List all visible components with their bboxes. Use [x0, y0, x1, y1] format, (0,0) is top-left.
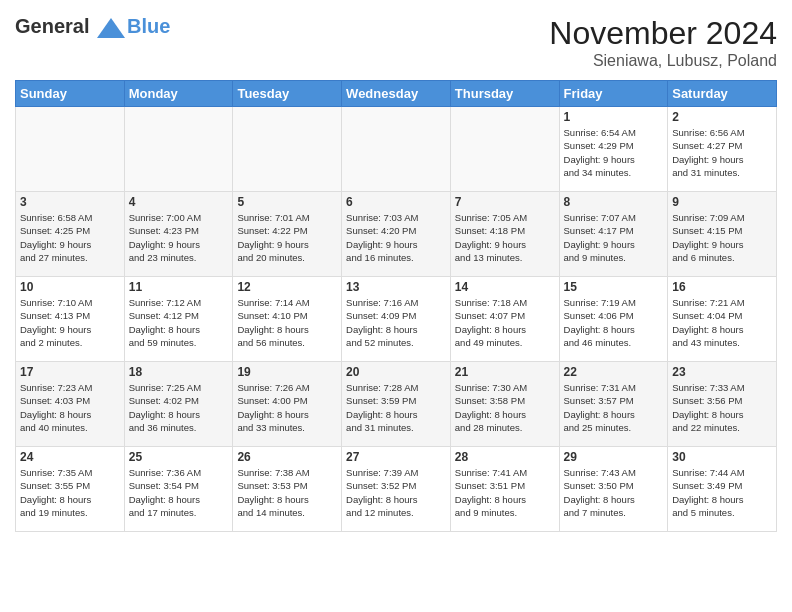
day-info: Sunrise: 7:35 AM Sunset: 3:55 PM Dayligh… — [20, 466, 120, 519]
calendar-cell: 9Sunrise: 7:09 AM Sunset: 4:15 PM Daylig… — [668, 192, 777, 277]
calendar-cell: 20Sunrise: 7:28 AM Sunset: 3:59 PM Dayli… — [342, 362, 451, 447]
day-number: 8 — [564, 195, 664, 209]
day-number: 9 — [672, 195, 772, 209]
day-info: Sunrise: 7:05 AM Sunset: 4:18 PM Dayligh… — [455, 211, 555, 264]
col-header-friday: Friday — [559, 81, 668, 107]
calendar-header-row: SundayMondayTuesdayWednesdayThursdayFrid… — [16, 81, 777, 107]
calendar-cell: 23Sunrise: 7:33 AM Sunset: 3:56 PM Dayli… — [668, 362, 777, 447]
calendar-cell — [342, 107, 451, 192]
calendar-cell: 19Sunrise: 7:26 AM Sunset: 4:00 PM Dayli… — [233, 362, 342, 447]
day-info: Sunrise: 7:33 AM Sunset: 3:56 PM Dayligh… — [672, 381, 772, 434]
calendar-cell: 18Sunrise: 7:25 AM Sunset: 4:02 PM Dayli… — [124, 362, 233, 447]
day-info: Sunrise: 7:23 AM Sunset: 4:03 PM Dayligh… — [20, 381, 120, 434]
calendar-cell: 10Sunrise: 7:10 AM Sunset: 4:13 PM Dayli… — [16, 277, 125, 362]
day-number: 3 — [20, 195, 120, 209]
calendar-week-5: 24Sunrise: 7:35 AM Sunset: 3:55 PM Dayli… — [16, 447, 777, 532]
calendar-cell — [233, 107, 342, 192]
day-number: 18 — [129, 365, 229, 379]
day-number: 15 — [564, 280, 664, 294]
month-title: November 2024 — [549, 15, 777, 52]
day-info: Sunrise: 7:25 AM Sunset: 4:02 PM Dayligh… — [129, 381, 229, 434]
calendar-cell: 14Sunrise: 7:18 AM Sunset: 4:07 PM Dayli… — [450, 277, 559, 362]
title-section: November 2024 Sieniawa, Lubusz, Poland — [549, 15, 777, 70]
day-number: 17 — [20, 365, 120, 379]
day-info: Sunrise: 6:56 AM Sunset: 4:27 PM Dayligh… — [672, 126, 772, 179]
calendar-week-2: 3Sunrise: 6:58 AM Sunset: 4:25 PM Daylig… — [16, 192, 777, 277]
day-info: Sunrise: 7:44 AM Sunset: 3:49 PM Dayligh… — [672, 466, 772, 519]
calendar-cell: 21Sunrise: 7:30 AM Sunset: 3:58 PM Dayli… — [450, 362, 559, 447]
calendar-cell: 2Sunrise: 6:56 AM Sunset: 4:27 PM Daylig… — [668, 107, 777, 192]
day-info: Sunrise: 7:31 AM Sunset: 3:57 PM Dayligh… — [564, 381, 664, 434]
day-number: 24 — [20, 450, 120, 464]
day-info: Sunrise: 7:09 AM Sunset: 4:15 PM Dayligh… — [672, 211, 772, 264]
day-info: Sunrise: 7:26 AM Sunset: 4:00 PM Dayligh… — [237, 381, 337, 434]
calendar-cell: 26Sunrise: 7:38 AM Sunset: 3:53 PM Dayli… — [233, 447, 342, 532]
day-number: 1 — [564, 110, 664, 124]
day-info: Sunrise: 7:00 AM Sunset: 4:23 PM Dayligh… — [129, 211, 229, 264]
calendar-cell — [16, 107, 125, 192]
day-number: 19 — [237, 365, 337, 379]
calendar-cell: 30Sunrise: 7:44 AM Sunset: 3:49 PM Dayli… — [668, 447, 777, 532]
calendar-cell: 13Sunrise: 7:16 AM Sunset: 4:09 PM Dayli… — [342, 277, 451, 362]
day-info: Sunrise: 7:28 AM Sunset: 3:59 PM Dayligh… — [346, 381, 446, 434]
logo: General Blue — [15, 15, 170, 38]
calendar-cell — [124, 107, 233, 192]
calendar-week-4: 17Sunrise: 7:23 AM Sunset: 4:03 PM Dayli… — [16, 362, 777, 447]
day-number: 22 — [564, 365, 664, 379]
day-info: Sunrise: 7:21 AM Sunset: 4:04 PM Dayligh… — [672, 296, 772, 349]
day-info: Sunrise: 7:01 AM Sunset: 4:22 PM Dayligh… — [237, 211, 337, 264]
calendar-week-3: 10Sunrise: 7:10 AM Sunset: 4:13 PM Dayli… — [16, 277, 777, 362]
calendar-cell: 3Sunrise: 6:58 AM Sunset: 4:25 PM Daylig… — [16, 192, 125, 277]
location: Sieniawa, Lubusz, Poland — [549, 52, 777, 70]
day-number: 10 — [20, 280, 120, 294]
calendar-cell: 25Sunrise: 7:36 AM Sunset: 3:54 PM Dayli… — [124, 447, 233, 532]
svg-marker-0 — [97, 18, 125, 38]
day-number: 12 — [237, 280, 337, 294]
header: General Blue November 2024 Sieniawa, Lub… — [15, 15, 777, 70]
day-info: Sunrise: 7:10 AM Sunset: 4:13 PM Dayligh… — [20, 296, 120, 349]
calendar-cell: 7Sunrise: 7:05 AM Sunset: 4:18 PM Daylig… — [450, 192, 559, 277]
day-number: 26 — [237, 450, 337, 464]
calendar-cell: 8Sunrise: 7:07 AM Sunset: 4:17 PM Daylig… — [559, 192, 668, 277]
day-number: 2 — [672, 110, 772, 124]
calendar-cell: 16Sunrise: 7:21 AM Sunset: 4:04 PM Dayli… — [668, 277, 777, 362]
col-header-tuesday: Tuesday — [233, 81, 342, 107]
logo-blue: Blue — [127, 15, 170, 37]
col-header-wednesday: Wednesday — [342, 81, 451, 107]
day-info: Sunrise: 7:39 AM Sunset: 3:52 PM Dayligh… — [346, 466, 446, 519]
day-info: Sunrise: 7:43 AM Sunset: 3:50 PM Dayligh… — [564, 466, 664, 519]
col-header-monday: Monday — [124, 81, 233, 107]
calendar-cell: 6Sunrise: 7:03 AM Sunset: 4:20 PM Daylig… — [342, 192, 451, 277]
col-header-thursday: Thursday — [450, 81, 559, 107]
day-number: 16 — [672, 280, 772, 294]
calendar-cell: 24Sunrise: 7:35 AM Sunset: 3:55 PM Dayli… — [16, 447, 125, 532]
logo-icon — [97, 18, 125, 38]
day-number: 4 — [129, 195, 229, 209]
calendar-cell: 5Sunrise: 7:01 AM Sunset: 4:22 PM Daylig… — [233, 192, 342, 277]
day-info: Sunrise: 7:38 AM Sunset: 3:53 PM Dayligh… — [237, 466, 337, 519]
calendar-cell: 4Sunrise: 7:00 AM Sunset: 4:23 PM Daylig… — [124, 192, 233, 277]
day-info: Sunrise: 6:54 AM Sunset: 4:29 PM Dayligh… — [564, 126, 664, 179]
calendar-cell: 11Sunrise: 7:12 AM Sunset: 4:12 PM Dayli… — [124, 277, 233, 362]
day-number: 6 — [346, 195, 446, 209]
day-info: Sunrise: 7:07 AM Sunset: 4:17 PM Dayligh… — [564, 211, 664, 264]
day-info: Sunrise: 6:58 AM Sunset: 4:25 PM Dayligh… — [20, 211, 120, 264]
day-number: 20 — [346, 365, 446, 379]
col-header-saturday: Saturday — [668, 81, 777, 107]
day-number: 13 — [346, 280, 446, 294]
day-number: 25 — [129, 450, 229, 464]
calendar-cell: 22Sunrise: 7:31 AM Sunset: 3:57 PM Dayli… — [559, 362, 668, 447]
page-container: General Blue November 2024 Sieniawa, Lub… — [0, 0, 792, 542]
day-info: Sunrise: 7:16 AM Sunset: 4:09 PM Dayligh… — [346, 296, 446, 349]
day-info: Sunrise: 7:36 AM Sunset: 3:54 PM Dayligh… — [129, 466, 229, 519]
calendar-cell: 27Sunrise: 7:39 AM Sunset: 3:52 PM Dayli… — [342, 447, 451, 532]
calendar-cell: 29Sunrise: 7:43 AM Sunset: 3:50 PM Dayli… — [559, 447, 668, 532]
day-info: Sunrise: 7:30 AM Sunset: 3:58 PM Dayligh… — [455, 381, 555, 434]
day-info: Sunrise: 7:18 AM Sunset: 4:07 PM Dayligh… — [455, 296, 555, 349]
calendar-cell: 17Sunrise: 7:23 AM Sunset: 4:03 PM Dayli… — [16, 362, 125, 447]
day-number: 27 — [346, 450, 446, 464]
day-info: Sunrise: 7:41 AM Sunset: 3:51 PM Dayligh… — [455, 466, 555, 519]
day-number: 28 — [455, 450, 555, 464]
day-info: Sunrise: 7:03 AM Sunset: 4:20 PM Dayligh… — [346, 211, 446, 264]
calendar-cell: 28Sunrise: 7:41 AM Sunset: 3:51 PM Dayli… — [450, 447, 559, 532]
